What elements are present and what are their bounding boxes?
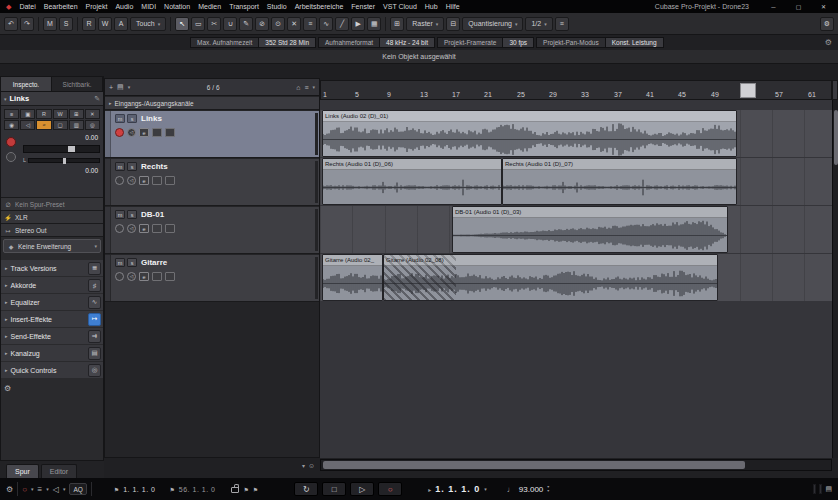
menu-studio[interactable]: Studio (267, 3, 287, 10)
audio-event-db-01[interactable]: DB-01 (Audio 01 (D)_03) (452, 206, 728, 253)
cycle-button[interactable]: ↻ (294, 482, 318, 496)
track-monitor-button[interactable]: ◁ (127, 272, 136, 281)
track-solo-button[interactable]: s (127, 114, 137, 123)
track-edit-button[interactable]: e (139, 176, 149, 185)
tempo-stepper[interactable]: ▾▾ (547, 485, 549, 493)
track-solo-button[interactable]: s (127, 258, 137, 267)
section-equalizer[interactable]: ▸ Equalizer ∿ (1, 294, 103, 310)
erase-tool-button[interactable]: ⊘ (255, 17, 269, 31)
audio-event-rechts-2[interactable]: Rechts (Audio 01 (D)_07) (502, 158, 737, 205)
transport-gear-icon[interactable]: ⚙ (6, 485, 13, 494)
track-monitor-button[interactable]: ◁ (127, 176, 136, 185)
output-routing-row[interactable]: ↦ Stereo Out (1, 224, 103, 237)
track-record-button[interactable] (115, 128, 124, 137)
menu-transport[interactable]: Transport (229, 3, 259, 10)
section-send-effekte[interactable]: ▸ Send-Effekte ⇉ (1, 328, 103, 344)
folder-icon[interactable]: ▤ (117, 83, 124, 91)
toolbar-setup-gear-icon[interactable]: ⚙ (820, 17, 834, 31)
warp-tool-button[interactable]: ∿ (319, 17, 333, 31)
input-routing-row[interactable]: ⚡ XLR (1, 211, 103, 224)
channel-strip-icon[interactable]: ▤ (88, 347, 101, 360)
timeline-ruler[interactable]: 1 5 9 13 17 21 25 29 33 37 41 45 49 53 5… (320, 80, 832, 100)
section-quick-controls[interactable]: ▸ Quick Controls ◎ (1, 362, 103, 378)
volume-slider[interactable] (23, 145, 100, 153)
range-tool-button[interactable]: ▭ (191, 17, 205, 31)
auto-quantize-badge[interactable]: AQ (69, 483, 86, 495)
record-button[interactable]: ○ (378, 482, 402, 496)
horizontal-scrollbar-thumb[interactable] (323, 461, 745, 469)
track-mute-button[interactable]: m (115, 114, 125, 123)
solo-all-button[interactable]: S (59, 17, 73, 31)
inspector-track-header[interactable]: ▾ Links ✎ (1, 92, 103, 106)
volume-slider-thumb[interactable] (68, 146, 75, 152)
horizontal-scrollbar[interactable] (320, 459, 832, 471)
channel-button[interactable]: ◎ (85, 120, 100, 130)
split-tool-button[interactable]: ✂ (207, 17, 221, 31)
play-tool-button[interactable]: ▶ (351, 17, 365, 31)
undo-button[interactable]: ↶ (4, 17, 18, 31)
quick-controls-icon[interactable]: ◎ (88, 364, 101, 377)
channel-button[interactable]: ▥ (69, 120, 84, 130)
audio-event-rechts-1[interactable]: Rechts (Audio 01 (D)_06) (322, 158, 502, 205)
glue-tool-button[interactable]: ∪ (223, 17, 237, 31)
mute-tool-button[interactable]: ✕ (287, 17, 301, 31)
channel-button[interactable]: ▣ (20, 109, 35, 119)
pan-value[interactable]: 0.00 (23, 167, 100, 174)
menu-bearbeiten[interactable]: Bearbeiten (44, 3, 78, 10)
punch-out-flag-icon[interactable]: ⚑ (253, 486, 258, 493)
send-effects-icon[interactable]: ⇉ (88, 330, 101, 343)
write-automation-button[interactable]: W (98, 17, 112, 31)
channel-button[interactable]: ≡ (4, 109, 19, 119)
grid-value-select[interactable]: 1/2 ▾ (525, 17, 552, 31)
menu-fenster[interactable]: Fenster (351, 3, 375, 10)
track-name[interactable]: Links (141, 114, 162, 123)
status-gear-icon[interactable]: ⚙ (825, 38, 832, 47)
section-insert-effekte[interactable]: ▸ Insert-Effekte ↦ (1, 311, 103, 327)
lane-rechts[interactable]: Rechts (Audio 01 (D)_06) Rechts (Audio 0… (320, 158, 832, 205)
raster-select[interactable]: Raster ▾ (406, 17, 444, 31)
draw-tool-button[interactable]: ✎ (239, 17, 253, 31)
track-row-links[interactable]: m s Links ◁ e (105, 111, 319, 158)
record-mode-icon[interactable]: ○ (22, 485, 27, 494)
channel-button[interactable]: ▢ (53, 120, 68, 130)
menu-midi[interactable]: MIDI (141, 3, 156, 10)
select-tool-button[interactable]: ↖ (175, 17, 189, 31)
track-name[interactable]: Gitarre (141, 258, 167, 267)
track-mute-button[interactable]: m (115, 258, 125, 267)
track-lane-button[interactable] (165, 128, 175, 137)
track-preset-row[interactable]: ∅ Kein Spur-Preset (1, 198, 103, 211)
tab-editor[interactable]: Editor (41, 464, 77, 478)
zoom-tool-button[interactable]: ⊙ (271, 17, 285, 31)
pan-slider-thumb[interactable] (63, 158, 66, 164)
track-versions-icon[interactable]: ≣ (88, 262, 101, 275)
record-arm-button[interactable] (6, 137, 16, 147)
audio-event-gitarre-2[interactable]: Gitarre (Audio 02_08) (383, 254, 718, 301)
snap-button[interactable]: ⊞ (390, 17, 404, 31)
track-edit-button[interactable]: e (139, 224, 149, 233)
track-row-rechts[interactable]: m s Rechts ◁ e (105, 159, 319, 206)
time-format-icon[interactable]: ▸ (428, 486, 431, 493)
tempo-value[interactable]: 93.000 (519, 485, 543, 494)
event-display[interactable]: Links (Audio 02 (D)_01) Rechts (Audio 01… (320, 100, 832, 458)
performance-meter-icon[interactable]: ▤ (825, 485, 832, 493)
color-tool-button[interactable]: ▦ (367, 17, 381, 31)
chevron-down-icon[interactable]: ▾ (302, 462, 305, 469)
volume-value[interactable]: 0.00 (23, 134, 100, 141)
lane-gitarre[interactable]: Gitarre (Audio 02_ Gitarre (Audio 02_08) (320, 254, 832, 301)
tab-inspector[interactable]: Inspecto. (1, 77, 52, 92)
vertical-scrollbar[interactable] (832, 100, 838, 458)
track-freeze-button[interactable] (152, 128, 162, 137)
chords-icon[interactable]: ♯ (88, 279, 101, 292)
menu-datei[interactable]: Datei (19, 3, 35, 10)
vertical-scrollbar-thumb[interactable] (834, 110, 838, 165)
suspend-automation-button[interactable]: A (114, 17, 128, 31)
track-solo-button[interactable]: s (127, 210, 137, 219)
track-row-db-01[interactable]: m s DB-01 ◁ e (105, 207, 319, 254)
menu-vst-cloud[interactable]: VST Cloud (383, 3, 417, 10)
track-mute-button[interactable]: m (115, 210, 125, 219)
speaker-icon[interactable]: ◁ (53, 485, 59, 494)
inspector-setup-gear-icon[interactable]: ⚙ (1, 384, 103, 393)
track-record-button[interactable] (115, 272, 124, 281)
track-freeze-button[interactable] (152, 272, 162, 281)
pan-slider[interactable] (28, 158, 100, 163)
